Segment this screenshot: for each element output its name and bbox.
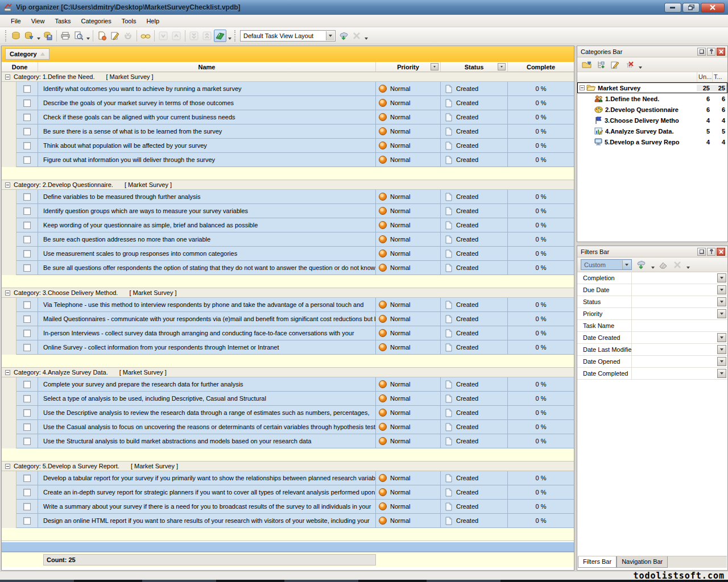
task-name-cell[interactable]: Identify what outcomes you want to achie…	[38, 82, 376, 96]
task-checkbox[interactable]	[23, 517, 31, 525]
complete-cell[interactable]: 0 %	[508, 434, 574, 448]
task-name-cell[interactable]: Mailed Questionnaires - communicate with…	[38, 312, 376, 326]
done-cell[interactable]	[16, 153, 38, 167]
status-cell[interactable]: Created	[441, 471, 508, 485]
status-cell[interactable]: Created	[441, 392, 508, 406]
status-cell[interactable]: Created	[441, 514, 508, 528]
table-row[interactable]: Use measurement scales to group response…	[2, 247, 574, 261]
complete-cell[interactable]: 0 %	[508, 82, 574, 96]
priority-cell[interactable]: Normal	[376, 420, 441, 434]
filter-value-field[interactable]	[632, 284, 727, 296]
apply-filter-button[interactable]	[636, 259, 648, 271]
task-name-cell[interactable]: Identify question groups which are ways …	[38, 204, 376, 218]
table-row[interactable]: In-person Interviews - collect survey da…	[2, 326, 574, 340]
print-dropdown[interactable]	[85, 30, 90, 42]
task-checkbox[interactable]	[23, 250, 31, 257]
filter-dropdown-button[interactable]	[717, 369, 726, 378]
delete-layout-button[interactable]	[350, 30, 363, 42]
tree-item[interactable]: 5.Develop a Survey Repo44	[577, 136, 727, 147]
task-name-cell[interactable]: Check if these goals can be aligned with…	[38, 110, 376, 124]
complete-cell[interactable]: 0 %	[508, 471, 574, 485]
status-cell[interactable]: Created	[441, 312, 508, 326]
table-row[interactable]: Identify question groups which are ways …	[2, 204, 574, 218]
complete-cell[interactable]: 0 %	[508, 124, 574, 139]
done-cell[interactable]	[16, 232, 38, 247]
status-cell[interactable]: Created	[441, 153, 508, 167]
table-row[interactable]: Create an in-depth survey report for str…	[2, 485, 574, 500]
task-name-cell[interactable]: Develop a tabular report for your survey…	[38, 471, 376, 485]
task-name-cell[interactable]: Use the Descriptive analysis to review t…	[38, 406, 376, 420]
done-cell[interactable]	[16, 420, 38, 434]
complete-cell[interactable]: 0 %	[508, 392, 574, 406]
table-row[interactable]: Via Telephone - use this method to inter…	[2, 298, 574, 312]
clear-filter-button[interactable]	[657, 259, 669, 271]
status-cell[interactable]: Created	[441, 485, 508, 500]
table-row[interactable]: Check if these goals can be aligned with…	[2, 110, 574, 124]
complete-cell[interactable]: 0 %	[508, 312, 574, 326]
status-cell[interactable]: Created	[441, 124, 508, 139]
tree-column-total[interactable]: T...	[712, 72, 727, 82]
move-bottom-button[interactable]	[188, 30, 200, 42]
complete-cell[interactable]: 0 %	[508, 247, 574, 261]
complete-cell[interactable]: 0 %	[508, 298, 574, 312]
priority-cell[interactable]: Normal	[376, 377, 441, 392]
column-status[interactable]: Status	[441, 62, 508, 72]
filter-dropdown-button[interactable]	[717, 285, 726, 294]
move-down-button[interactable]	[157, 30, 169, 42]
complete-cell[interactable]: 0 %	[508, 232, 574, 247]
empty-selected-band[interactable]	[2, 542, 574, 552]
table-row[interactable]: Be sure there is a sense of what is to b…	[2, 124, 574, 139]
complete-cell[interactable]: 0 %	[508, 261, 574, 275]
task-checkbox[interactable]	[23, 395, 31, 402]
table-row[interactable]: Use the Casual analysis to focus on unco…	[2, 420, 574, 434]
layout-toolbar-dropdown[interactable]	[363, 30, 369, 42]
tree-item[interactable]: 4.Analyze Survey Data.55	[577, 126, 727, 136]
filter-value-field[interactable]	[632, 320, 727, 331]
task-checkbox[interactable]	[23, 128, 31, 135]
task-checkbox[interactable]	[23, 330, 31, 337]
status-cell[interactable]: Created	[441, 406, 508, 420]
task-checkbox[interactable]	[23, 503, 31, 510]
done-cell[interactable]	[16, 190, 38, 204]
filter-dropdown-button[interactable]	[717, 297, 726, 306]
group-by-category-button[interactable]: Category	[5, 48, 49, 60]
table-row[interactable]: Be sure each question addresses no more …	[2, 232, 574, 247]
task-name-cell[interactable]: Define variables to be measured through …	[38, 190, 376, 204]
collapse-group-icon[interactable]	[5, 74, 10, 80]
task-checkbox[interactable]	[23, 99, 31, 107]
tree-collapse[interactable]	[577, 85, 586, 90]
collapse-group-icon[interactable]	[5, 290, 10, 296]
status-cell[interactable]: Created	[441, 96, 508, 110]
priority-cell[interactable]: Normal	[376, 514, 441, 528]
priority-cell[interactable]: Normal	[376, 139, 441, 153]
filter-preset-combo[interactable]: Custom	[581, 259, 632, 270]
categories-pin-icon[interactable]	[707, 48, 715, 56]
task-name-cell[interactable]: Create an in-depth survey report for str…	[38, 485, 376, 500]
done-cell[interactable]	[16, 392, 38, 406]
done-cell[interactable]	[16, 261, 38, 275]
status-cell[interactable]: Created	[441, 298, 508, 312]
filter-dropdown-button[interactable]	[717, 309, 726, 318]
table-row[interactable]: Use the Structural analysis to build mar…	[2, 434, 574, 448]
priority-cell[interactable]: Normal	[376, 96, 441, 110]
done-cell[interactable]	[16, 312, 38, 326]
done-cell[interactable]	[16, 326, 38, 340]
status-cell[interactable]: Created	[441, 218, 508, 232]
task-checkbox[interactable]	[23, 489, 31, 496]
group-header[interactable]: Category: 1.Define the Need.[ Market Sur…	[2, 72, 574, 82]
task-name-cell[interactable]: Online Survey - collect information from…	[38, 340, 376, 355]
status-cell[interactable]: Created	[441, 232, 508, 247]
status-cell[interactable]: Created	[441, 261, 508, 275]
priority-cell[interactable]: Normal	[376, 340, 441, 355]
menu-help[interactable]: Help	[141, 16, 164, 26]
task-checkbox[interactable]	[23, 344, 31, 351]
new-category-button[interactable]	[581, 59, 593, 71]
print-button[interactable]	[59, 30, 72, 42]
menu-tasks[interactable]: Tasks	[49, 16, 76, 26]
priority-cell[interactable]: Normal	[376, 110, 441, 124]
tree-item-root[interactable]: Market Survey2525	[577, 82, 727, 93]
task-name-cell[interactable]: Use measurement scales to group response…	[38, 247, 376, 261]
column-done[interactable]: Done	[2, 62, 38, 72]
priority-cell[interactable]: Normal	[376, 153, 441, 167]
apply-filter-dropdown[interactable]	[650, 259, 655, 271]
